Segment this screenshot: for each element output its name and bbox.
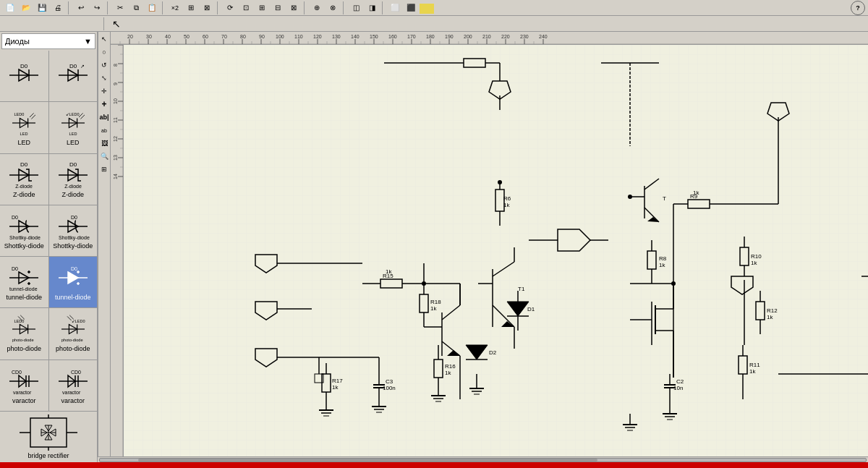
scroll-track[interactable] bbox=[99, 458, 867, 462]
tb-btn6[interactable]: ⊟ bbox=[271, 1, 285, 15]
bridge-symbol bbox=[20, 414, 77, 451]
comp-diode-1[interactable]: D0 bbox=[0, 51, 48, 101]
new-button[interactable]: 📄 bbox=[3, 1, 17, 15]
cursor-tool[interactable]: ↖ bbox=[98, 33, 110, 45]
circle-tool[interactable]: ○ bbox=[98, 46, 110, 58]
copy-button[interactable]: ⧉ bbox=[129, 1, 143, 15]
comp-varactor-1[interactable]: CD0 varactor varactor bbox=[0, 360, 48, 411]
svg-rect-241 bbox=[434, 359, 443, 378]
comp-label-zdiode1: Z-diode bbox=[13, 191, 35, 198]
comp-zdiode-2[interactable]: D0 Z-diode Z-diode bbox=[49, 154, 98, 205]
tb-btn10[interactable]: ◫ bbox=[349, 1, 363, 15]
dropdown-arrow-icon: ▼ bbox=[84, 37, 92, 46]
paste-button[interactable]: 📋 bbox=[145, 1, 159, 15]
tb-btn8[interactable]: ⊕ bbox=[310, 1, 324, 15]
svg-text:D1: D1 bbox=[527, 306, 535, 312]
svg-text:R17: R17 bbox=[332, 378, 343, 384]
zoom-tool[interactable]: 🔍 bbox=[98, 150, 110, 162]
comp-photo-2[interactable]: ↙LED0 photo-diode photo-diode bbox=[49, 308, 98, 359]
svg-text:R6: R6 bbox=[503, 195, 511, 202]
svg-text:R16: R16 bbox=[445, 363, 456, 370]
horizontal-scrollbar[interactable] bbox=[98, 456, 868, 462]
rotate-tool[interactable]: ↺ bbox=[98, 59, 110, 71]
comp-schottky-2[interactable]: D0 Shottky-diode Shottky-diode bbox=[49, 205, 98, 256]
save-button[interactable]: 💾 bbox=[35, 1, 49, 15]
comp-varactor-2[interactable]: CD0 varactor varactor bbox=[49, 360, 98, 411]
x2-button[interactable]: ×2 bbox=[168, 1, 182, 15]
schematic-canvas[interactable]: R6 1k T1 bbox=[124, 45, 868, 456]
svg-line-19 bbox=[79, 114, 83, 118]
comp-led-1[interactable]: LED0 LED LED bbox=[0, 102, 48, 153]
scroll-thumb[interactable] bbox=[138, 459, 597, 461]
tb-btn14[interactable] bbox=[420, 4, 434, 14]
bottom-bar bbox=[0, 462, 868, 468]
comp-diode-2[interactable]: D0 ↗ bbox=[49, 51, 98, 101]
svg-text:LED0: LED0 bbox=[14, 112, 25, 116]
main-area: Диоды ▼ D0 D0 ↗ bbox=[0, 32, 868, 462]
tb-btn13[interactable]: ⬛ bbox=[404, 1, 418, 15]
comp-led-2[interactable]: ↙LED0 LED LED bbox=[49, 102, 98, 153]
label-tool[interactable]: ab bbox=[98, 124, 110, 136]
comp-tunnel-2[interactable]: D0 tunnel-diode bbox=[49, 257, 98, 307]
svg-text:photo-diode: photo-diode bbox=[61, 338, 83, 342]
svg-rect-225 bbox=[420, 294, 428, 312]
svg-rect-181 bbox=[124, 45, 868, 456]
comp-bridge-1[interactable]: bridge rectifier bbox=[0, 412, 97, 462]
comp-schottky-1[interactable]: D0 Shottky-diode Shottky-diode bbox=[0, 205, 48, 256]
move-tool[interactable]: ✛ bbox=[98, 85, 110, 97]
comp-label-varactor1: varactor bbox=[12, 397, 36, 404]
tb-btn11[interactable]: ◨ bbox=[365, 1, 379, 15]
svg-point-356 bbox=[628, 195, 632, 199]
svg-line-60 bbox=[67, 317, 72, 321]
svg-text:LED: LED bbox=[69, 132, 77, 136]
svg-text:D0: D0 bbox=[12, 215, 18, 220]
svg-text:120: 120 bbox=[313, 34, 322, 39]
help-icon[interactable]: ? bbox=[851, 1, 865, 15]
tb-btn7[interactable]: ⊠ bbox=[286, 1, 301, 15]
print-button[interactable]: 🖨 bbox=[51, 1, 65, 15]
svg-text:160: 160 bbox=[388, 34, 397, 39]
comp-label-zdiode2: Z-diode bbox=[61, 191, 84, 198]
svg-text:40: 40 bbox=[165, 34, 171, 39]
select-tool[interactable]: ↖ bbox=[109, 17, 124, 31]
grid-tool[interactable]: ⊞ bbox=[98, 163, 110, 175]
tb-btn2[interactable]: ⊠ bbox=[200, 1, 214, 15]
comp-label-schottky1: Shottky-diode bbox=[4, 242, 44, 250]
comp-photo-1[interactable]: LED0 photo-diode photo-diode bbox=[0, 308, 48, 359]
tb-btn12[interactable]: ⬜ bbox=[388, 1, 402, 15]
svg-text:Shottky-diode: Shottky-diode bbox=[9, 235, 41, 241]
sep-t2 bbox=[103, 17, 106, 30]
tb-btn4[interactable]: ⊡ bbox=[239, 1, 253, 15]
schottky-symbol-2: D0 Shottky-diode bbox=[55, 212, 91, 241]
svg-text:CD0: CD0 bbox=[71, 370, 81, 375]
svg-text:T1: T1 bbox=[518, 286, 525, 292]
svg-text:R10: R10 bbox=[751, 253, 762, 260]
zdiode-symbol-1: D0 Z-diode bbox=[6, 161, 42, 190]
image-tool[interactable]: 🖼 bbox=[98, 137, 110, 149]
svg-text:D0: D0 bbox=[71, 266, 77, 271]
tb-btn5[interactable]: ⊞ bbox=[255, 1, 269, 15]
comp-tunnel-1[interactable]: D0 tunnel-diode tunnel-diode bbox=[0, 257, 48, 307]
right-tools-panel: ↖ ○ ↺ ⤡ ✛ + ab| ab 🖼 🔍 ⊞ bbox=[98, 32, 111, 456]
undo-button[interactable]: ↩ bbox=[74, 1, 88, 15]
tb-btn9[interactable]: ⊗ bbox=[326, 1, 340, 15]
svg-text:D0: D0 bbox=[20, 63, 28, 69]
svg-text:1k: 1k bbox=[693, 190, 699, 196]
comp-label-tunnel2: tunnel-diode bbox=[55, 294, 91, 301]
svg-text:D0: D0 bbox=[69, 161, 77, 168]
open-button[interactable]: 📂 bbox=[19, 1, 33, 15]
ruler-top: 20 30 40 50 60 70 80 90 100 110 120 130 … bbox=[111, 32, 868, 45]
svg-text:220: 220 bbox=[501, 34, 510, 39]
tb-btn3[interactable]: ⟳ bbox=[223, 1, 237, 15]
redo-button[interactable]: ↪ bbox=[90, 1, 104, 15]
svg-text:13: 13 bbox=[113, 155, 118, 161]
svg-text:R12: R12 bbox=[767, 307, 778, 314]
tb-btn1[interactable]: ⊞ bbox=[184, 1, 198, 15]
svg-text:Z-diode: Z-diode bbox=[64, 184, 82, 189]
resize-tool[interactable]: ⤡ bbox=[98, 72, 110, 84]
plus-tool[interactable]: + bbox=[98, 98, 110, 110]
cut-button[interactable]: ✂ bbox=[113, 1, 127, 15]
text-tool[interactable]: ab| bbox=[98, 111, 110, 123]
component-category-selector[interactable]: Диоды ▼ bbox=[1, 33, 95, 49]
comp-zdiode-1[interactable]: D0 Z-diode Z-diode bbox=[0, 154, 48, 205]
